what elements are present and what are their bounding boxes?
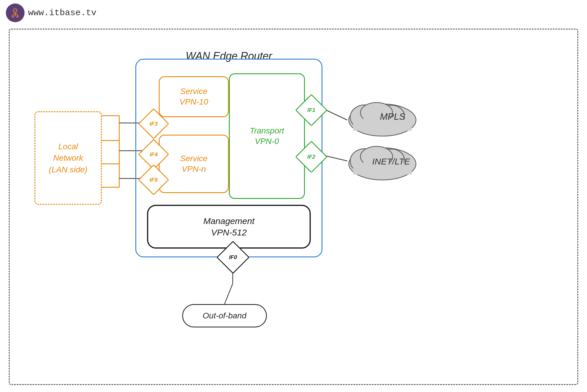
mpls-label: MPLS bbox=[369, 111, 416, 122]
oob-oval: Out-of-band bbox=[182, 304, 267, 327]
diagram-area: WAN Edge Router Local Network (LAN side)… bbox=[9, 29, 578, 385]
logo bbox=[6, 4, 25, 22]
service-vpnn-label: Service VPN-n bbox=[180, 153, 207, 175]
if0-diamond: IF0 bbox=[221, 246, 245, 269]
transport-vpn-label: Transport VPN-0 bbox=[250, 126, 284, 147]
mgmt-vpn-label: Management VPN-512 bbox=[203, 215, 254, 238]
if4-diamond: IF4 bbox=[143, 143, 165, 165]
if2-diamond: IF2 bbox=[300, 145, 323, 168]
service-vpn10-box: Service VPN-10 bbox=[159, 76, 229, 117]
svg-point-4 bbox=[17, 15, 18, 17]
local-network-label: Local Network (LAN side) bbox=[49, 141, 87, 175]
local-network-box: Local Network (LAN side) bbox=[34, 111, 102, 205]
svg-line-16 bbox=[225, 284, 233, 304]
site-url: www.itbase.tv bbox=[28, 8, 96, 18]
inet-label: INET/LTE bbox=[365, 157, 417, 166]
transport-vpn-box: Transport VPN-0 bbox=[229, 73, 305, 199]
mgmt-vpn-box: Management VPN-512 bbox=[147, 205, 311, 249]
header: www.itbase.tv bbox=[0, 0, 587, 26]
if3-diamond: IF3 bbox=[143, 113, 165, 135]
if1-diamond: IF1 bbox=[300, 99, 323, 122]
if5-diamond: IF5 bbox=[143, 169, 165, 191]
svg-point-0 bbox=[13, 9, 17, 12]
service-vpn10-label: Service VPN-10 bbox=[179, 86, 208, 107]
svg-point-3 bbox=[12, 15, 14, 17]
service-vpnn-box: Service VPN-n bbox=[159, 135, 229, 193]
